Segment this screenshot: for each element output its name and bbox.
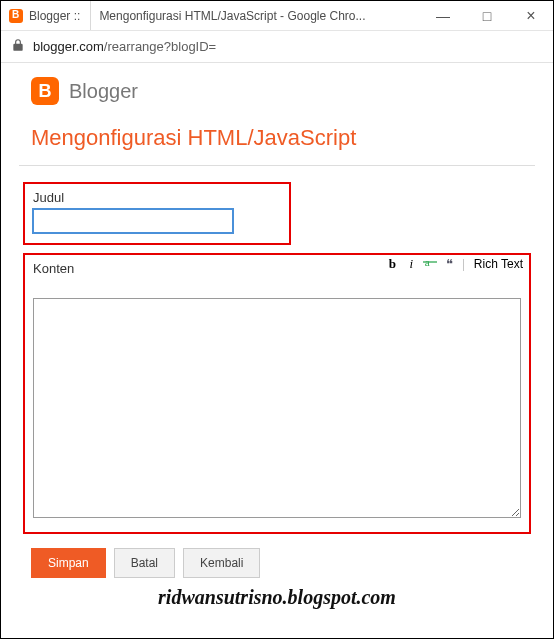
blogger-favicon [9,9,23,23]
quote-icon[interactable]: ❝ [441,256,457,272]
window-close-button[interactable]: × [509,1,553,30]
url-host: blogger.com [33,39,104,54]
watermark-text: ridwansutrisno.blogspot.com [1,586,553,609]
italic-icon[interactable]: i [403,256,419,272]
title-section-highlight: Judul [23,182,291,245]
judul-input[interactable] [33,209,233,233]
page-title: Mengonfigurasi HTML/JavaScript [1,115,553,165]
tab-label: Blogger :: [29,9,80,23]
blogger-header: B Blogger [1,63,553,115]
editor-toolbar: b i a ❝ | Rich Text [384,255,527,273]
content-section-highlight: Konten b i a ❝ | Rich Text [23,253,531,534]
url-path: /rearrange?blogID= [104,39,216,54]
judul-label: Judul [33,190,281,205]
window-minimize-button[interactable]: — [421,1,465,30]
window-maximize-button[interactable]: □ [465,1,509,30]
bold-icon[interactable]: b [384,256,400,272]
konten-textarea[interactable] [33,298,521,518]
button-row: Simpan Batal Kembali [31,548,553,578]
page-content: B Blogger Mengonfigurasi HTML/JavaScript… [1,63,553,609]
url-text: blogger.com/rearrange?blogID= [33,39,216,54]
back-button[interactable]: Kembali [183,548,260,578]
window-title: Mengonfigurasi HTML/JavaScript - Google … [91,9,421,23]
toolbar-separator: | [460,256,467,272]
window-titlebar: Blogger :: Mengonfigurasi HTML/JavaScrip… [1,1,553,31]
blogger-logo-icon: B [31,77,59,105]
save-button[interactable]: Simpan [31,548,106,578]
strikethrough-icon[interactable]: a [422,255,438,273]
cancel-button[interactable]: Batal [114,548,175,578]
address-bar[interactable]: blogger.com/rearrange?blogID= [1,31,553,63]
divider [19,165,535,166]
browser-tab[interactable]: Blogger :: [1,1,91,30]
lock-icon [11,38,25,55]
blogger-brand-text: Blogger [69,80,138,103]
richtext-toggle[interactable]: Rich Text [470,257,527,271]
